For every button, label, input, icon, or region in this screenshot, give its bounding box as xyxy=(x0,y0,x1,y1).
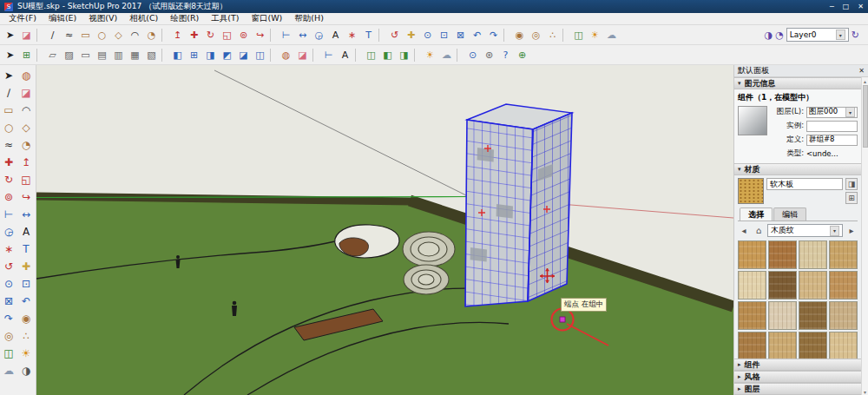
select-tool[interactable]: ➤ xyxy=(0,67,17,84)
pan-tool[interactable]: ✚ xyxy=(403,27,419,43)
follow-me-tool[interactable]: ↪ xyxy=(252,27,268,43)
next-view-button[interactable]: ↷ xyxy=(0,310,17,327)
toolbar-separator[interactable] xyxy=(161,29,168,42)
push-pull-tool[interactable]: ↥ xyxy=(17,154,35,171)
menu-camera[interactable]: 相机(C) xyxy=(123,13,164,24)
texture-swatch[interactable] xyxy=(738,301,766,330)
fog-toggle[interactable]: ☁ xyxy=(603,27,620,43)
eraser-tool[interactable]: ◪ xyxy=(18,27,35,43)
shadows-dialog-button[interactable]: ☀ xyxy=(422,47,438,63)
protractor-tool[interactable]: ◶ xyxy=(311,27,327,43)
tray-scrollbar[interactable]: ▴ ▾ xyxy=(861,77,868,395)
3d-text-tool[interactable]: T xyxy=(360,27,377,43)
instance-input[interactable] xyxy=(806,121,858,132)
scrollbar-thumb[interactable] xyxy=(863,85,868,148)
toolbar-separator[interactable] xyxy=(457,49,463,62)
style-back-edges[interactable]: ▨ xyxy=(61,47,77,63)
in-model-home-icon[interactable]: ⌂ xyxy=(753,225,765,237)
offset-tool[interactable]: ⊚ xyxy=(235,27,252,43)
rectangle-tool[interactable]: ▭ xyxy=(77,27,94,43)
texture-swatch[interactable] xyxy=(738,271,766,300)
scroll-up-icon[interactable]: ▴ xyxy=(864,77,866,84)
look-around-tool[interactable]: ◎ xyxy=(528,27,544,43)
follow-me-tool[interactable]: ↪ xyxy=(17,188,35,206)
tape-measure-tool[interactable]: ⊢ xyxy=(0,206,17,223)
zoom-window-tool[interactable]: ⊡ xyxy=(436,27,452,43)
toolbar-separator[interactable] xyxy=(312,49,319,62)
position-camera-tool[interactable]: ◉ xyxy=(511,27,528,43)
3d-text-tool[interactable]: T xyxy=(17,240,35,258)
zoom-tool[interactable]: ⊙ xyxy=(419,27,436,43)
help-button[interactable]: ⊕ xyxy=(514,47,530,63)
layer-visibility-icon[interactable]: ◔ xyxy=(775,30,784,41)
texture-swatch[interactable] xyxy=(799,240,827,269)
texture-swatch[interactable] xyxy=(738,240,766,269)
next-view-button[interactable]: ↷ xyxy=(485,27,502,43)
section-display-toggle[interactable]: ◧ xyxy=(379,47,396,63)
fog-toggle[interactable]: ☁ xyxy=(0,362,17,379)
toolbar-separator[interactable] xyxy=(355,49,361,62)
texture-swatch[interactable] xyxy=(829,301,858,330)
previous-view-button[interactable]: ↶ xyxy=(17,293,35,310)
texture-swatch[interactable] xyxy=(768,332,797,359)
view-front[interactable]: ◨ xyxy=(202,47,219,63)
scale-tool[interactable]: ◱ xyxy=(17,171,35,188)
secondary-pane-button[interactable]: ◨ xyxy=(845,178,858,190)
toolbar-separator[interactable] xyxy=(36,49,43,62)
create-material-button[interactable]: ⊞ xyxy=(845,192,858,204)
rotate-tool[interactable]: ↻ xyxy=(0,171,17,188)
layer-manager-icon[interactable]: ↻ xyxy=(852,30,859,41)
scale-tool[interactable]: ◱ xyxy=(219,27,235,43)
back-arrow-icon[interactable]: ◂ xyxy=(738,225,750,237)
walk-tool[interactable]: ∴ xyxy=(544,27,561,43)
details-arrow-icon[interactable]: ▸ xyxy=(845,225,858,237)
section-plane-tool[interactable]: ◫ xyxy=(570,27,587,43)
toolbar-separator[interactable] xyxy=(503,29,510,42)
styles-button[interactable]: ◑ xyxy=(17,362,35,379)
menu-window[interactable]: 窗口(W) xyxy=(246,13,289,24)
text-tool[interactable]: A xyxy=(17,223,35,240)
circle-tool[interactable]: ○ xyxy=(94,27,110,43)
texture-swatch[interactable] xyxy=(768,271,797,300)
material-collection-dropdown[interactable]: 木质纹 ▾ xyxy=(767,224,843,237)
materials-header[interactable]: ▾ 材质 xyxy=(734,163,861,175)
axes-tool[interactable]: ∗ xyxy=(0,240,17,258)
view-top[interactable]: ⊞ xyxy=(186,47,202,63)
eraser-tool[interactable]: ◪ xyxy=(294,47,311,63)
menu-tools[interactable]: 工具(T) xyxy=(205,13,245,24)
entity-layer-dropdown[interactable]: 图层000 ▾ xyxy=(806,107,858,118)
zoom-window-tool[interactable]: ⊡ xyxy=(17,275,35,293)
move-tool[interactable]: ✚ xyxy=(186,27,202,43)
pan-tool[interactable]: ✚ xyxy=(17,258,35,275)
pie-tool[interactable]: ◔ xyxy=(143,27,160,43)
view-right[interactable]: ◩ xyxy=(219,47,235,63)
section-layers[interactable]: ▸ 图层 xyxy=(734,383,861,395)
toolbar-separator[interactable] xyxy=(270,49,276,62)
arc-tool[interactable]: ◠ xyxy=(17,102,35,119)
layer-color-icon[interactable]: ◑ xyxy=(765,30,773,41)
preferences-button[interactable]: ⊛ xyxy=(481,47,497,63)
model-info-button[interactable]: ⊙ xyxy=(464,47,481,63)
polygon-tool[interactable]: ◇ xyxy=(17,119,35,136)
zoom-extents-tool[interactable]: ⊠ xyxy=(0,293,17,310)
style-wireframe[interactable]: ▭ xyxy=(77,47,94,63)
section-styles[interactable]: ▸ 风格 xyxy=(734,371,861,383)
eraser-tool[interactable]: ◪ xyxy=(17,84,35,102)
definition-input[interactable]: 群组#8 xyxy=(806,135,858,146)
menu-edit[interactable]: 编辑(E) xyxy=(43,13,82,24)
material-name-field[interactable]: 软木板 xyxy=(766,178,843,190)
arc-tool[interactable]: ◠ xyxy=(127,27,143,43)
toolbar-separator[interactable] xyxy=(36,29,43,42)
close-button[interactable]: ✕ xyxy=(858,3,864,10)
dimension-tool[interactable]: ↔ xyxy=(294,27,311,43)
toolbar-separator[interactable] xyxy=(414,49,420,62)
texture-swatch[interactable] xyxy=(799,301,827,330)
move-tool[interactable]: ✚ xyxy=(0,154,17,171)
line-tool[interactable]: ∕ xyxy=(44,27,61,43)
style-hidden-line[interactable]: ▤ xyxy=(94,47,110,63)
polygon-tool[interactable]: ◇ xyxy=(110,27,127,43)
walk-tool[interactable]: ∴ xyxy=(17,327,35,345)
scroll-down-icon[interactable]: ▾ xyxy=(864,388,866,395)
entity-info-header[interactable]: ▾ 图元信息 xyxy=(734,77,861,89)
3d-viewport[interactable]: 端点 在组中 xyxy=(36,65,733,395)
